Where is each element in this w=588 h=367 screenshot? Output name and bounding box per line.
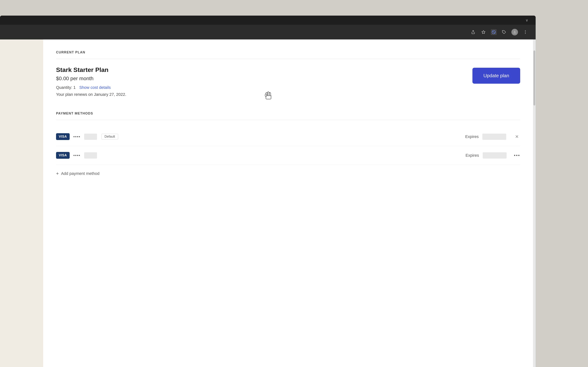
- add-payment-text: Add payment method: [61, 171, 99, 176]
- left-sidebar: [0, 40, 43, 367]
- chevron-down-icon[interactable]: ∨: [526, 18, 528, 22]
- plan-info: Stark Starter Plan $0.00 per month Quant…: [56, 66, 126, 97]
- current-plan-label: CURRENT PLAN: [56, 50, 520, 54]
- main-content: CURRENT PLAN Stark Starter Plan $0.00 pe…: [43, 40, 533, 367]
- svg-point-5: [514, 31, 515, 32]
- visa-badge-2: VISA: [56, 152, 70, 159]
- update-plan-button[interactable]: Update plan: [472, 68, 520, 84]
- add-payment-row[interactable]: + Add payment method: [56, 165, 520, 182]
- scrollbar[interactable]: [533, 40, 536, 367]
- scrollbar-thumb[interactable]: [533, 50, 535, 106]
- show-cost-details-link[interactable]: Show cost details: [79, 85, 111, 90]
- plan-name: Stark Starter Plan: [56, 66, 126, 73]
- remove-card-1-button[interactable]: ✕: [514, 133, 520, 140]
- more-options-icon[interactable]: [522, 29, 528, 35]
- svg-point-8: [525, 33, 526, 34]
- share-icon[interactable]: [470, 29, 476, 35]
- svg-marker-1: [482, 30, 485, 33]
- plan-quantity-row: Quantity: 1 Show cost details: [56, 85, 126, 90]
- card-last-four-1: [84, 133, 97, 140]
- svg-point-6: [525, 30, 526, 31]
- payment-card-row-2: VISA •••• Expires •••: [56, 146, 520, 165]
- plan-divider: [56, 59, 520, 59]
- expires-label-2: Expires: [466, 153, 479, 158]
- payment-methods-section: PAYMENT METHODS VISA •••• Default Expire…: [56, 112, 520, 182]
- expires-date-2: [483, 152, 507, 158]
- payment-methods-label: PAYMENT METHODS: [56, 112, 520, 116]
- expires-date-1: [482, 133, 506, 140]
- user-avatar[interactable]: [511, 29, 518, 35]
- browser-window: ∨: [0, 16, 536, 367]
- puzzle-icon[interactable]: [501, 29, 507, 35]
- browser-toolbar: [0, 25, 536, 40]
- default-badge: Default: [101, 134, 118, 140]
- plan-renew-text: Your plan renews on January 27, 2022.: [56, 92, 126, 97]
- plan-price: $0.00 per month: [56, 75, 126, 82]
- bookmark-icon[interactable]: [481, 29, 486, 35]
- svg-point-7: [525, 32, 526, 33]
- current-plan-section: CURRENT PLAN Stark Starter Plan $0.00 pe…: [56, 50, 520, 97]
- card-2-more-button[interactable]: •••: [514, 153, 520, 158]
- card-dots-2: ••••: [73, 153, 80, 158]
- card-last-four-2: [84, 152, 97, 158]
- card-dots-1: ••••: [73, 134, 80, 139]
- active-extension-icon[interactable]: [491, 29, 497, 35]
- add-payment-icon: +: [56, 171, 59, 176]
- plan-quantity: Quantity: 1: [56, 85, 76, 90]
- visa-badge-1: VISA: [56, 133, 70, 140]
- svg-line-3: [493, 31, 495, 33]
- browser-content: CURRENT PLAN Stark Starter Plan $0.00 pe…: [0, 40, 536, 367]
- expires-label-1: Expires: [465, 134, 479, 139]
- plan-row: Stark Starter Plan $0.00 per month Quant…: [56, 66, 520, 97]
- payment-card-row-1: VISA •••• Default Expires ✕: [56, 127, 520, 146]
- browser-top-bar: ∨: [0, 16, 536, 25]
